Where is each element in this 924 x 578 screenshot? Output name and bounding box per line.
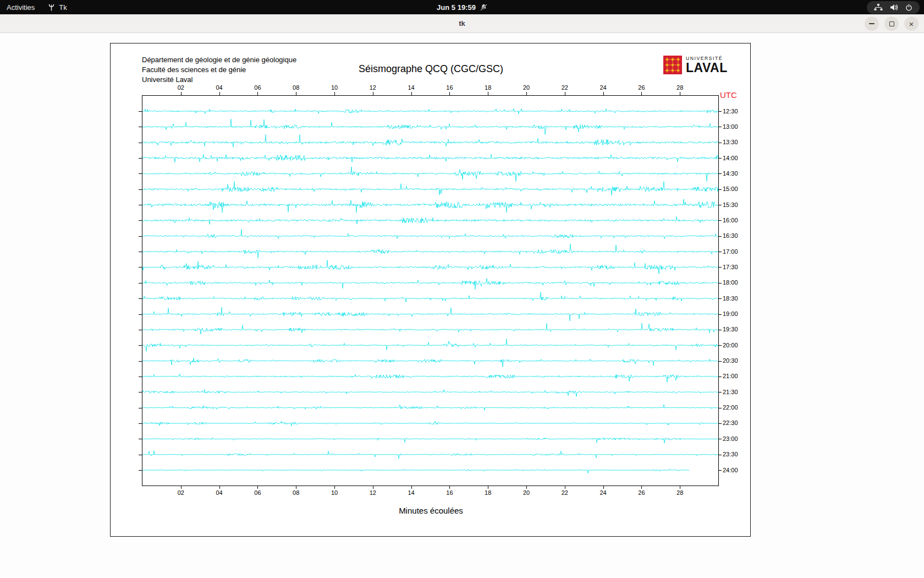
- x-tick-label-bottom: 12: [365, 489, 381, 496]
- notifications-muted-icon: [480, 4, 487, 11]
- row-tick-mark: [718, 455, 722, 455]
- row-tick-mark: [139, 423, 142, 424]
- row-tick-mark: [718, 439, 722, 439]
- row-tick-mark: [139, 189, 142, 190]
- app-name-label: Tk: [59, 3, 67, 12]
- department-line: Université Laval: [142, 75, 296, 85]
- row-tick-mark: [718, 392, 722, 392]
- x-tick-label-bottom: 18: [480, 489, 496, 496]
- x-tick-label-bottom: 22: [557, 489, 573, 496]
- utc-time-label: 22:30: [723, 419, 738, 426]
- x-tick-label-top: 24: [595, 84, 612, 91]
- x-tick-label-bottom: 14: [403, 489, 420, 496]
- row-tick-mark: [139, 408, 142, 408]
- x-tick-label-bottom: 16: [441, 489, 458, 496]
- x-tick-mark: [181, 92, 182, 95]
- row-tick-mark: [718, 143, 722, 143]
- clock-menu[interactable]: Jun 5 19:59: [437, 0, 487, 14]
- utc-time-label: 15:30: [723, 201, 738, 208]
- x-tick-label-bottom: 10: [326, 489, 343, 496]
- x-tick-label-bottom: 06: [249, 489, 266, 496]
- clock-label: Jun 5 19:59: [437, 3, 476, 12]
- laval-emblem-icon: [663, 56, 682, 74]
- x-tick-mark: [449, 486, 450, 489]
- minimize-button[interactable]: [865, 17, 879, 31]
- x-tick-label-bottom: 02: [173, 489, 189, 496]
- x-tick-mark: [641, 486, 642, 489]
- window-title: tk: [459, 19, 465, 28]
- x-tick-mark: [603, 92, 604, 95]
- x-tick-mark: [334, 486, 335, 489]
- x-tick-label-top: 18: [480, 84, 496, 91]
- utc-time-label: 18:00: [723, 279, 738, 286]
- row-tick-mark: [718, 330, 722, 330]
- x-tick-mark: [488, 92, 488, 95]
- utc-time-label: 23:00: [723, 435, 738, 442]
- x-tick-mark: [296, 92, 296, 95]
- row-tick-mark: [718, 189, 722, 190]
- row-tick-mark: [139, 361, 142, 362]
- x-tick-label-bottom: 04: [211, 489, 228, 496]
- close-button[interactable]: ×: [904, 17, 919, 31]
- x-tick-label-top: 16: [441, 84, 458, 91]
- x-tick-mark: [257, 92, 258, 95]
- row-tick-mark: [718, 377, 722, 377]
- x-tick-label-top: 14: [403, 84, 420, 91]
- seismograph-panel: Département de géologie et de génie géol…: [110, 43, 751, 537]
- x-tick-mark: [296, 486, 296, 489]
- x-tick-mark: [257, 486, 258, 489]
- x-tick-label-top: 08: [288, 84, 304, 91]
- row-tick-mark: [718, 298, 722, 299]
- row-tick-mark: [139, 330, 142, 330]
- utc-time-label: 20:30: [723, 357, 738, 364]
- row-tick-mark: [718, 236, 722, 237]
- row-tick-mark: [139, 143, 142, 143]
- activities-button[interactable]: Activities: [0, 0, 41, 14]
- maximize-icon: [889, 21, 894, 26]
- focused-app-indicator[interactable]: Tk: [41, 0, 73, 14]
- x-tick-label-bottom: 28: [672, 489, 688, 496]
- utc-time-label: 21:00: [723, 373, 738, 379]
- utc-time-label: 15:00: [723, 186, 738, 192]
- row-tick-mark: [139, 158, 142, 159]
- utc-time-label: 24:00: [723, 467, 738, 473]
- row-tick-mark: [139, 111, 142, 112]
- row-tick-mark: [139, 220, 142, 221]
- row-tick-mark: [718, 127, 722, 127]
- window-titlebar[interactable]: tk ×: [0, 14, 924, 33]
- system-status-area[interactable]: [867, 1, 920, 14]
- network-icon: [874, 4, 883, 10]
- row-tick-mark: [718, 314, 722, 315]
- row-tick-mark: [718, 423, 722, 424]
- utc-time-label: 23:30: [723, 451, 738, 457]
- utc-time-label: 18:30: [723, 295, 738, 302]
- x-tick-label-bottom: 08: [288, 489, 304, 496]
- power-icon: [905, 4, 912, 11]
- window-controls: ×: [865, 17, 919, 31]
- row-tick-mark: [139, 345, 142, 346]
- x-tick-label-bottom: 26: [633, 489, 650, 496]
- row-tick-mark: [718, 158, 722, 159]
- top-bar: Activities Tk Jun 5 19:59: [0, 0, 924, 14]
- x-tick-mark: [603, 486, 604, 489]
- x-tick-label-bottom: 24: [595, 489, 612, 496]
- universite-laval-logo: UNIVERSITÉ LAVAL: [663, 56, 728, 74]
- tk-icon: [48, 3, 55, 11]
- utc-time-label: 14:30: [723, 170, 738, 177]
- row-tick-mark: [139, 283, 142, 283]
- row-tick-mark: [139, 377, 142, 377]
- x-tick-mark: [219, 92, 220, 95]
- x-tick-mark: [219, 486, 220, 489]
- row-tick-mark: [718, 205, 722, 205]
- row-tick-mark: [139, 455, 142, 455]
- x-tick-mark: [641, 92, 642, 95]
- x-axis-label: Minutes écoulées: [111, 506, 751, 515]
- x-tick-label-top: 28: [672, 84, 688, 91]
- volume-icon: [890, 4, 898, 11]
- x-tick-mark: [565, 486, 565, 489]
- x-tick-mark: [680, 486, 680, 489]
- x-tick-mark: [411, 486, 412, 489]
- seismogram-traces: [142, 96, 718, 486]
- row-tick-mark: [139, 205, 142, 205]
- maximize-button[interactable]: [884, 17, 899, 31]
